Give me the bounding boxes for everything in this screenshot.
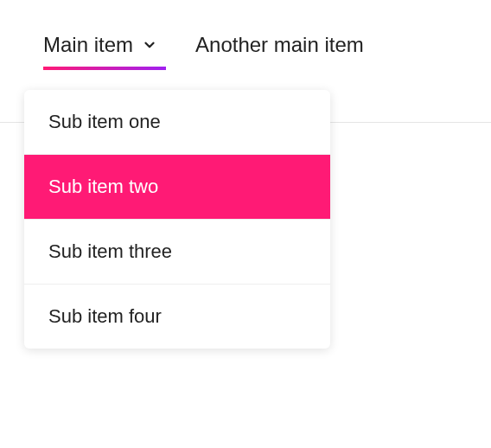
dropdown-item-four[interactable]: Sub item four: [24, 285, 330, 349]
dropdown-item-label: Sub item three: [48, 240, 172, 262]
nav-item-another[interactable]: Another main item: [195, 33, 364, 69]
nav-item-main[interactable]: Main item: [43, 33, 157, 69]
dropdown-item-one[interactable]: Sub item one: [24, 90, 330, 155]
dropdown-item-label: Sub item two: [48, 176, 158, 197]
dropdown-item-label: Sub item one: [48, 111, 161, 132]
dropdown-item-label: Sub item four: [48, 305, 162, 327]
nav-item-label: Another main item: [195, 33, 364, 57]
dropdown-item-three[interactable]: Sub item three: [24, 220, 330, 285]
dropdown-menu: Sub item one Sub item two Sub item three…: [24, 90, 330, 349]
dropdown-item-two[interactable]: Sub item two: [24, 155, 330, 220]
nav-item-label: Main item: [43, 33, 133, 57]
chevron-down-icon: [142, 37, 157, 53]
